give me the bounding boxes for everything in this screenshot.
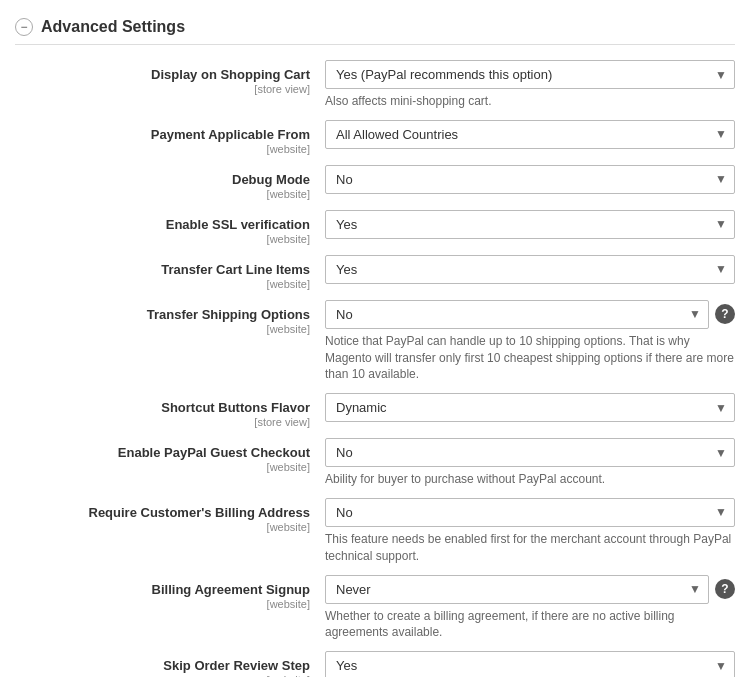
field-label-billing-agreement-signup: Billing Agreement Signup xyxy=(15,582,310,597)
label-col-display-on-shopping-cart: Display on Shopping Cart[store view] xyxy=(15,60,325,95)
row-billing-agreement-signup: Billing Agreement Signup[website]NeverAu… xyxy=(15,575,735,642)
input-row-debug-mode: NoYes▼ xyxy=(325,165,735,194)
input-col-enable-paypal-guest-checkout: NoYes▼Ability for buyer to purchase with… xyxy=(325,438,735,488)
select-wrapper-require-customers-billing-address: NoYes▼ xyxy=(325,498,735,527)
row-debug-mode: Debug Mode[website]NoYes▼ xyxy=(15,165,735,200)
label-col-transfer-cart-line-items: Transfer Cart Line Items[website] xyxy=(15,255,325,290)
row-enable-paypal-guest-checkout: Enable PayPal Guest Checkout[website]NoY… xyxy=(15,438,735,488)
field-scope-billing-agreement-signup: [website] xyxy=(15,598,310,610)
select-display-on-shopping-cart[interactable]: Yes (PayPal recommends this option)No xyxy=(325,60,735,89)
label-col-enable-paypal-guest-checkout: Enable PayPal Guest Checkout[website] xyxy=(15,438,325,473)
label-col-transfer-shipping-options: Transfer Shipping Options[website] xyxy=(15,300,325,335)
select-billing-agreement-signup[interactable]: NeverAutoAsk customer xyxy=(325,575,709,604)
input-row-display-on-shopping-cart: Yes (PayPal recommends this option)No▼ xyxy=(325,60,735,89)
row-payment-applicable-from: Payment Applicable From[website]All Allo… xyxy=(15,120,735,155)
hint-require-customers-billing-address: This feature needs be enabled first for … xyxy=(325,531,735,565)
select-transfer-shipping-options[interactable]: NoYes xyxy=(325,300,709,329)
page-container: − Advanced Settings Display on Shopping … xyxy=(0,0,750,677)
row-enable-ssl-verification: Enable SSL verification[website]YesNo▼ xyxy=(15,210,735,245)
select-wrapper-enable-paypal-guest-checkout: NoYes▼ xyxy=(325,438,735,467)
hint-display-on-shopping-cart: Also affects mini-shopping cart. xyxy=(325,93,735,110)
input-row-billing-agreement-signup: NeverAutoAsk customer▼? xyxy=(325,575,735,604)
input-row-transfer-cart-line-items: YesNo▼ xyxy=(325,255,735,284)
select-wrapper-skip-order-review-step: YesNo▼ xyxy=(325,651,735,677)
row-transfer-cart-line-items: Transfer Cart Line Items[website]YesNo▼ xyxy=(15,255,735,290)
select-enable-paypal-guest-checkout[interactable]: NoYes xyxy=(325,438,735,467)
input-col-debug-mode: NoYes▼ xyxy=(325,165,735,194)
field-scope-payment-applicable-from: [website] xyxy=(15,143,310,155)
input-col-enable-ssl-verification: YesNo▼ xyxy=(325,210,735,239)
fields-container: Display on Shopping Cart[store view]Yes … xyxy=(15,60,735,677)
field-label-skip-order-review-step: Skip Order Review Step xyxy=(15,658,310,673)
help-icon-billing-agreement-signup[interactable]: ? xyxy=(715,579,735,599)
field-label-shortcut-buttons-flavor: Shortcut Buttons Flavor xyxy=(15,400,310,415)
label-col-payment-applicable-from: Payment Applicable From[website] xyxy=(15,120,325,155)
input-row-shortcut-buttons-flavor: DynamicStatic▼ xyxy=(325,393,735,422)
field-scope-enable-paypal-guest-checkout: [website] xyxy=(15,461,310,473)
input-col-transfer-shipping-options: NoYes▼?Notice that PayPal can handle up … xyxy=(325,300,735,383)
input-row-enable-paypal-guest-checkout: NoYes▼ xyxy=(325,438,735,467)
input-col-billing-agreement-signup: NeverAutoAsk customer▼?Whether to create… xyxy=(325,575,735,642)
help-icon-transfer-shipping-options[interactable]: ? xyxy=(715,304,735,324)
collapse-icon[interactable]: − xyxy=(15,18,33,36)
hint-enable-paypal-guest-checkout: Ability for buyer to purchase without Pa… xyxy=(325,471,735,488)
select-wrapper-payment-applicable-from: All Allowed CountriesSpecific Countries▼ xyxy=(325,120,735,149)
row-transfer-shipping-options: Transfer Shipping Options[website]NoYes▼… xyxy=(15,300,735,383)
field-label-transfer-cart-line-items: Transfer Cart Line Items xyxy=(15,262,310,277)
select-debug-mode[interactable]: NoYes xyxy=(325,165,735,194)
field-scope-enable-ssl-verification: [website] xyxy=(15,233,310,245)
row-shortcut-buttons-flavor: Shortcut Buttons Flavor[store view]Dynam… xyxy=(15,393,735,428)
label-col-billing-agreement-signup: Billing Agreement Signup[website] xyxy=(15,575,325,610)
input-row-payment-applicable-from: All Allowed CountriesSpecific Countries▼ xyxy=(325,120,735,149)
field-scope-transfer-cart-line-items: [website] xyxy=(15,278,310,290)
select-skip-order-review-step[interactable]: YesNo xyxy=(325,651,735,677)
label-col-require-customers-billing-address: Require Customer's Billing Address[websi… xyxy=(15,498,325,533)
input-row-skip-order-review-step: YesNo▼ xyxy=(325,651,735,677)
input-col-shortcut-buttons-flavor: DynamicStatic▼ xyxy=(325,393,735,422)
hint-billing-agreement-signup: Whether to create a billing agreement, i… xyxy=(325,608,735,642)
input-col-skip-order-review-step: YesNo▼ xyxy=(325,651,735,677)
field-label-display-on-shopping-cart: Display on Shopping Cart xyxy=(15,67,310,82)
row-display-on-shopping-cart: Display on Shopping Cart[store view]Yes … xyxy=(15,60,735,110)
field-scope-shortcut-buttons-flavor: [store view] xyxy=(15,416,310,428)
select-transfer-cart-line-items[interactable]: YesNo xyxy=(325,255,735,284)
select-wrapper-billing-agreement-signup: NeverAutoAsk customer▼ xyxy=(325,575,709,604)
field-label-enable-ssl-verification: Enable SSL verification xyxy=(15,217,310,232)
input-row-transfer-shipping-options: NoYes▼? xyxy=(325,300,735,329)
row-skip-order-review-step: Skip Order Review Step[website]YesNo▼ xyxy=(15,651,735,677)
field-label-transfer-shipping-options: Transfer Shipping Options xyxy=(15,307,310,322)
select-shortcut-buttons-flavor[interactable]: DynamicStatic xyxy=(325,393,735,422)
field-label-enable-paypal-guest-checkout: Enable PayPal Guest Checkout xyxy=(15,445,310,460)
field-label-require-customers-billing-address: Require Customer's Billing Address xyxy=(15,505,310,520)
label-col-skip-order-review-step: Skip Order Review Step[website] xyxy=(15,651,325,677)
input-col-require-customers-billing-address: NoYes▼This feature needs be enabled firs… xyxy=(325,498,735,565)
select-wrapper-enable-ssl-verification: YesNo▼ xyxy=(325,210,735,239)
label-col-enable-ssl-verification: Enable SSL verification[website] xyxy=(15,210,325,245)
select-wrapper-transfer-shipping-options: NoYes▼ xyxy=(325,300,709,329)
select-enable-ssl-verification[interactable]: YesNo xyxy=(325,210,735,239)
field-scope-transfer-shipping-options: [website] xyxy=(15,323,310,335)
select-wrapper-display-on-shopping-cart: Yes (PayPal recommends this option)No▼ xyxy=(325,60,735,89)
input-row-enable-ssl-verification: YesNo▼ xyxy=(325,210,735,239)
input-col-transfer-cart-line-items: YesNo▼ xyxy=(325,255,735,284)
field-scope-debug-mode: [website] xyxy=(15,188,310,200)
label-col-debug-mode: Debug Mode[website] xyxy=(15,165,325,200)
input-col-display-on-shopping-cart: Yes (PayPal recommends this option)No▼Al… xyxy=(325,60,735,110)
select-payment-applicable-from[interactable]: All Allowed CountriesSpecific Countries xyxy=(325,120,735,149)
row-require-customers-billing-address: Require Customer's Billing Address[websi… xyxy=(15,498,735,565)
section-header: − Advanced Settings xyxy=(15,10,735,45)
section-title: Advanced Settings xyxy=(41,18,185,36)
select-require-customers-billing-address[interactable]: NoYes xyxy=(325,498,735,527)
select-wrapper-shortcut-buttons-flavor: DynamicStatic▼ xyxy=(325,393,735,422)
select-wrapper-debug-mode: NoYes▼ xyxy=(325,165,735,194)
field-label-payment-applicable-from: Payment Applicable From xyxy=(15,127,310,142)
field-scope-require-customers-billing-address: [website] xyxy=(15,521,310,533)
input-row-require-customers-billing-address: NoYes▼ xyxy=(325,498,735,527)
field-scope-display-on-shopping-cart: [store view] xyxy=(15,83,310,95)
input-col-payment-applicable-from: All Allowed CountriesSpecific Countries▼ xyxy=(325,120,735,149)
field-label-debug-mode: Debug Mode xyxy=(15,172,310,187)
label-col-shortcut-buttons-flavor: Shortcut Buttons Flavor[store view] xyxy=(15,393,325,428)
select-wrapper-transfer-cart-line-items: YesNo▼ xyxy=(325,255,735,284)
hint-transfer-shipping-options: Notice that PayPal can handle up to 10 s… xyxy=(325,333,735,383)
